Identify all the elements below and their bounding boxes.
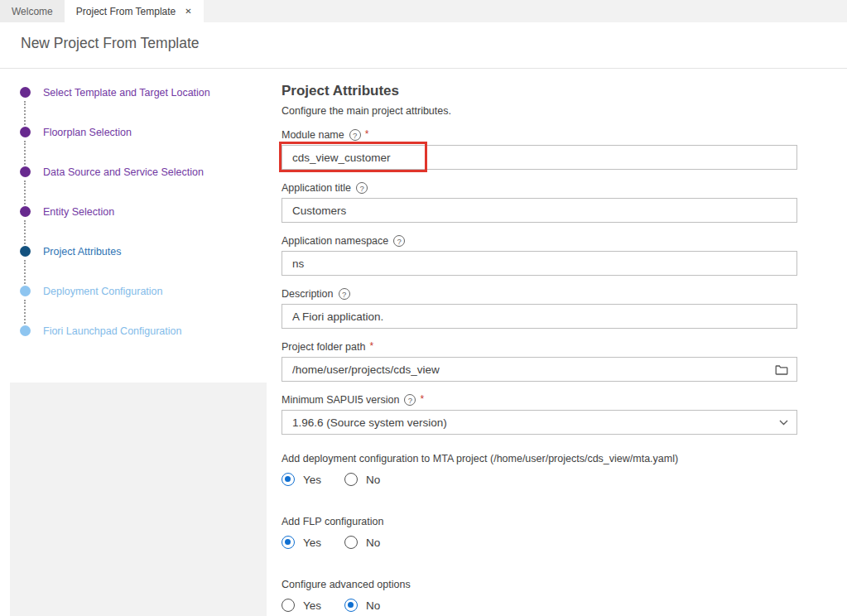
- step-dot: [20, 127, 31, 137]
- application-namespace-label: Application namespace: [282, 235, 388, 247]
- tab-welcome[interactable]: Welcome: [0, 0, 65, 22]
- required-marker: *: [420, 393, 424, 405]
- sapui5-version-select[interactable]: [282, 410, 797, 435]
- radio-icon[interactable]: [344, 536, 358, 549]
- step-entity-selection[interactable]: Entity Selection: [20, 206, 267, 217]
- flp-configuration-option-no[interactable]: No: [344, 536, 380, 549]
- step-label: Project Attributes: [43, 246, 122, 257]
- advanced-options-label: Configure advanced options: [282, 579, 797, 590]
- field-module-name: Module name ? *: [282, 129, 797, 170]
- radio-row: Yes No: [282, 599, 797, 612]
- close-icon[interactable]: ✕: [185, 7, 191, 16]
- step-dot: [20, 286, 31, 296]
- project-folder-path-label: Project folder path: [282, 341, 365, 353]
- minimum-sapui5-version-label: Minimum SAPUI5 version: [282, 394, 399, 406]
- flp-configuration-label: Add FLP configuration: [282, 516, 797, 527]
- help-icon[interactable]: ?: [349, 129, 361, 141]
- field-label-row: Description ?: [282, 288, 797, 300]
- application-namespace-input[interactable]: [282, 251, 797, 276]
- sapui5-version-select-wrap: [282, 410, 797, 435]
- step-data-source[interactable]: Data Source and Service Selection: [20, 166, 267, 177]
- radio-group-mta-deployment: Add deployment configuration to MTA proj…: [282, 453, 797, 486]
- help-icon[interactable]: ?: [393, 235, 405, 247]
- field-project-folder-path: Project folder path *: [282, 341, 797, 382]
- wizard-content: Select Template and Target Location Floo…: [0, 69, 847, 616]
- step-project-attributes[interactable]: Project Attributes: [20, 246, 267, 257]
- step-fiori-launchpad-configuration[interactable]: Fiori Launchpad Configuration: [20, 325, 267, 336]
- radio-icon[interactable]: [282, 536, 295, 549]
- page-title: New Project From Template: [21, 35, 847, 52]
- step-info-panel: [10, 383, 267, 616]
- help-icon[interactable]: ?: [404, 394, 416, 406]
- module-name-label: Module name: [282, 129, 344, 141]
- folder-browse-icon[interactable]: [775, 363, 788, 375]
- step-dot: [20, 246, 31, 257]
- step-label: Select Template and Target Location: [43, 87, 210, 99]
- description-input-wrap: [282, 304, 797, 329]
- help-icon[interactable]: ?: [339, 288, 350, 300]
- radio-option-label: Yes: [303, 599, 321, 612]
- mta-deployment-option-yes[interactable]: Yes: [282, 473, 321, 486]
- application-namespace-input-wrap: [282, 251, 797, 276]
- step-label: Data Source and Service Selection: [43, 166, 204, 178]
- step-floorplan-selection[interactable]: Floorplan Selection: [20, 127, 267, 137]
- field-label-row: Module name ? *: [282, 129, 797, 141]
- mta-deployment-option-no[interactable]: No: [344, 473, 380, 486]
- step-label: Floorplan Selection: [43, 127, 132, 138]
- field-application-namespace: Application namespace ?: [282, 235, 797, 276]
- step-dot: [20, 325, 31, 336]
- advanced-options-option-yes[interactable]: Yes: [282, 599, 321, 612]
- mta-deployment-label: Add deployment configuration to MTA proj…: [282, 453, 797, 464]
- radio-group-advanced-options: Configure advanced options Yes No: [282, 579, 797, 612]
- step-label: Entity Selection: [43, 206, 114, 218]
- tab-welcome-label: Welcome: [12, 6, 53, 17]
- description-input[interactable]: [282, 304, 797, 329]
- radio-row: Yes No: [282, 473, 797, 486]
- wizard-step-panel: Select Template and Target Location Floo…: [0, 69, 267, 616]
- module-name-input[interactable]: [282, 145, 797, 170]
- field-label-row: Application title ?: [282, 182, 797, 194]
- help-icon[interactable]: ?: [356, 182, 368, 194]
- radio-group-flp-configuration: Add FLP configuration Yes No: [282, 516, 797, 549]
- advanced-options-option-no[interactable]: No: [344, 599, 380, 612]
- radio-option-label: No: [366, 599, 380, 612]
- page-header: New Project From Template: [0, 22, 847, 69]
- step-dot: [20, 87, 31, 98]
- application-title-input[interactable]: [282, 198, 797, 223]
- chevron-down-icon[interactable]: [779, 420, 788, 426]
- radio-icon[interactable]: [282, 473, 295, 486]
- tab-project-from-template-label: Project From Template: [76, 6, 176, 17]
- radio-icon[interactable]: [344, 473, 358, 486]
- step-dot: [20, 206, 31, 217]
- radio-row: Yes No: [282, 536, 797, 549]
- module-name-input-wrap: [282, 145, 797, 170]
- radio-icon[interactable]: [344, 599, 358, 612]
- field-minimum-sapui5-version: Minimum SAPUI5 version ? *: [282, 394, 797, 435]
- tab-project-from-template[interactable]: Project From Template ✕: [65, 0, 204, 22]
- project-attributes-form: Project Attributes Configure the main pr…: [267, 69, 847, 616]
- step-deployment-configuration[interactable]: Deployment Configuration: [20, 286, 267, 296]
- field-label-row: Minimum SAPUI5 version ? *: [282, 394, 797, 406]
- editor-tab-bar: Welcome Project From Template ✕: [0, 0, 847, 22]
- radio-option-label: Yes: [303, 537, 321, 549]
- step-label: Deployment Configuration: [43, 286, 163, 297]
- form-heading: Project Attributes: [282, 83, 797, 99]
- field-description: Description ?: [282, 288, 797, 329]
- flp-configuration-option-yes[interactable]: Yes: [282, 536, 321, 549]
- wizard-step-list: Select Template and Target Location Floo…: [0, 69, 267, 365]
- step-dot: [20, 166, 31, 177]
- step-label: Fiori Launchpad Configuration: [43, 325, 181, 337]
- application-title-label: Application title: [282, 182, 351, 194]
- step-select-template[interactable]: Select Template and Target Location: [20, 87, 267, 98]
- required-marker: *: [369, 340, 373, 352]
- radio-option-label: No: [366, 474, 380, 486]
- application-title-input-wrap: [282, 198, 797, 223]
- radio-icon[interactable]: [282, 599, 295, 612]
- description-label: Description: [282, 288, 334, 300]
- project-folder-path-input-wrap: [282, 357, 797, 382]
- radio-option-label: No: [366, 537, 380, 549]
- field-label-row: Project folder path *: [282, 341, 797, 353]
- radio-option-label: Yes: [303, 474, 321, 486]
- project-folder-path-input[interactable]: [282, 357, 797, 382]
- form-subheading: Configure the main project attributes.: [282, 105, 797, 117]
